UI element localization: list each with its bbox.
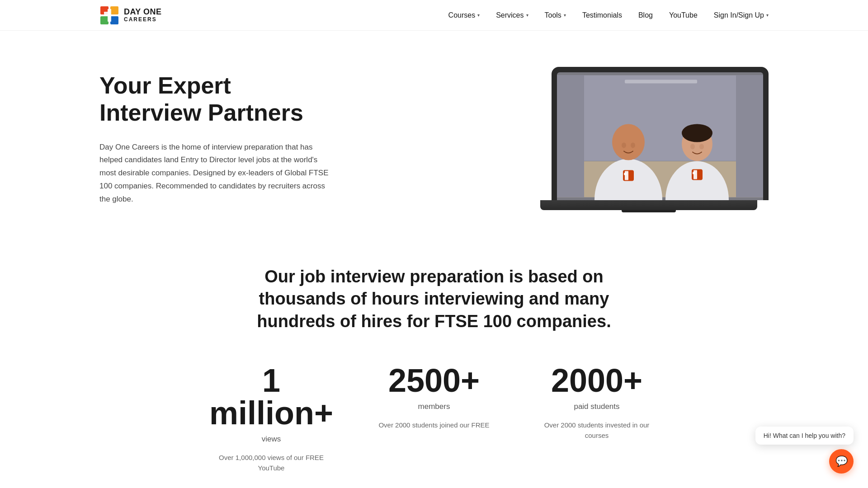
svg-point-27 <box>699 144 704 150</box>
logo-line2: CAREERS <box>124 17 162 23</box>
hero-section: Your Expert Interview Partners Day One C… <box>0 31 868 239</box>
svg-point-25 <box>631 143 635 148</box>
stat-paid-students: 2000+ paid students Over 2000 students i… <box>515 364 678 473</box>
logo-text: DAY ONE CAREERS <box>124 8 162 23</box>
nav-blog[interactable]: Blog <box>638 11 653 19</box>
chat-bubble: Hi! What can I help you with? <box>755 427 854 445</box>
scene-svg <box>557 72 763 200</box>
svg-rect-16 <box>625 171 628 180</box>
svg-rect-11 <box>736 75 763 197</box>
svg-point-20 <box>682 124 712 142</box>
logo-link[interactable]: DAY ONE CAREERS <box>99 5 162 25</box>
stat-views: 1 million+ views Over 1,000,000 views of… <box>190 364 353 473</box>
hero-description: Day One Careers is the home of interview… <box>99 141 335 206</box>
svg-rect-10 <box>557 75 584 197</box>
chevron-down-icon: ▾ <box>564 13 566 18</box>
svg-rect-5 <box>108 9 111 22</box>
stat-number-members: 2500+ <box>371 364 497 397</box>
nav-sign-in[interactable]: Sign In/Sign Up ▾ <box>714 11 769 19</box>
chevron-down-icon: ▾ <box>477 13 480 18</box>
stats-section: Our job interview preparation is based o… <box>0 239 868 488</box>
laptop-mockup <box>552 67 769 211</box>
logo-line1: DAY ONE <box>124 8 162 17</box>
logo-icon <box>99 5 119 25</box>
nav-tools[interactable]: Tools ▾ <box>545 11 566 19</box>
svg-point-26 <box>690 144 695 150</box>
laptop-screen-outer <box>552 67 769 200</box>
svg-rect-6 <box>104 12 108 14</box>
stat-number-views: 1 million+ <box>208 364 335 429</box>
svg-rect-3 <box>100 16 108 24</box>
chat-open-button[interactable]: 💬 <box>829 449 854 474</box>
hero-content: Your Expert Interview Partners Day One C… <box>99 72 335 206</box>
main-nav: Courses ▾ Services ▾ Tools ▾ Testimonial… <box>448 11 769 19</box>
stat-label-views: views <box>208 435 335 444</box>
hero-title: Your Expert Interview Partners <box>99 72 335 127</box>
svg-rect-22 <box>693 170 697 179</box>
nav-courses[interactable]: Courses ▾ <box>448 11 480 19</box>
svg-rect-2 <box>110 6 118 14</box>
svg-rect-12 <box>625 80 697 84</box>
svg-rect-4 <box>110 16 118 24</box>
stat-desc-paid: Over 2000 students invested in our cours… <box>533 420 660 441</box>
stats-headline: Our job interview preparation is based o… <box>231 266 637 333</box>
stat-members: 2500+ members Over 2000 students joined … <box>353 364 515 473</box>
svg-rect-17 <box>624 173 627 175</box>
chat-icon: 💬 <box>835 455 848 467</box>
stat-number-paid: 2000+ <box>533 364 660 397</box>
chevron-down-icon: ▾ <box>526 13 528 18</box>
chat-widget: Hi! What can I help you with? 💬 <box>755 427 854 474</box>
stat-desc-members: Over 2000 students joined our FREE <box>371 420 497 431</box>
svg-point-24 <box>622 143 626 148</box>
stat-label-members: members <box>371 402 497 411</box>
svg-rect-23 <box>693 172 695 174</box>
hero-image <box>552 67 769 211</box>
laptop-screen-inner <box>557 72 763 200</box>
stats-grid: 1 million+ views Over 1,000,000 views of… <box>99 364 769 473</box>
site-header: DAY ONE CAREERS Courses ▾ Services ▾ Too… <box>0 0 868 31</box>
stat-desc-views: Over 1,000,000 views of our FREE YouTube <box>208 453 335 473</box>
svg-point-14 <box>612 124 645 160</box>
nav-youtube[interactable]: YouTube <box>669 11 698 19</box>
chevron-down-icon: ▾ <box>766 13 769 18</box>
nav-testimonials[interactable]: Testimonials <box>582 11 622 19</box>
nav-services[interactable]: Services ▾ <box>496 11 528 19</box>
stat-label-paid: paid students <box>533 402 660 411</box>
